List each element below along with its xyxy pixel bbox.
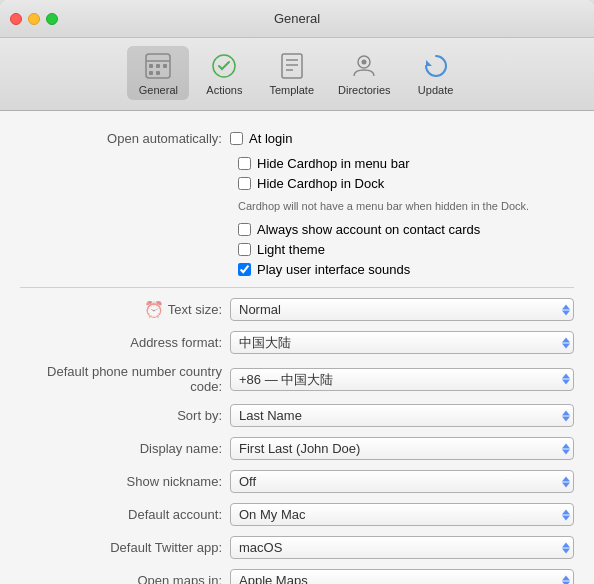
tab-general[interactable]: General (127, 46, 189, 100)
sort-by-select-wrapper: Last Name (230, 404, 574, 427)
hide-menubar-label: Hide Cardhop in menu bar (257, 156, 409, 171)
content-area: Open automatically: At login Hide Cardho… (0, 111, 594, 584)
open-maps-control: Apple Maps (230, 569, 574, 584)
display-name-control: First Last (John Doe) (230, 437, 574, 460)
always-show-account-checkbox[interactable] (238, 223, 251, 236)
tab-template-label: Template (269, 84, 314, 96)
toolbar: General Actions Template (0, 38, 594, 111)
update-icon (420, 50, 452, 82)
display-name-row: Display name: First Last (John Doe) (20, 437, 574, 460)
display-name-select-wrapper: First Last (John Doe) (230, 437, 574, 460)
clock-icon: ⏰ (144, 300, 164, 319)
svg-rect-5 (156, 71, 160, 75)
text-size-row: ⏰ Text size: Normal (20, 298, 574, 321)
traffic-lights (10, 13, 58, 25)
svg-marker-14 (426, 60, 432, 66)
show-nickname-select-wrapper: Off (230, 470, 574, 493)
open-maps-label: Open maps in: (20, 573, 230, 584)
hide-dock-checkbox[interactable] (238, 177, 251, 190)
address-format-control: 中国大陆 (230, 331, 574, 354)
tab-directories-label: Directories (338, 84, 391, 96)
at-login-checkbox[interactable] (230, 132, 243, 145)
general-icon (142, 50, 174, 82)
light-theme-row[interactable]: Light theme (238, 242, 574, 257)
play-sounds-checkbox[interactable] (238, 263, 251, 276)
text-size-label-text: Text size: (168, 302, 222, 317)
phone-country-row: Default phone number country code: +86 —… (20, 364, 574, 394)
default-account-row: Default account: On My Mac (20, 503, 574, 526)
play-sounds-label: Play user interface sounds (257, 262, 410, 277)
svg-rect-8 (282, 54, 302, 78)
hide-options-group: Hide Cardhop in menu bar Hide Cardhop in… (238, 156, 574, 191)
default-account-control: On My Mac (230, 503, 574, 526)
tab-update-label: Update (418, 84, 453, 96)
close-button[interactable] (10, 13, 22, 25)
hide-dock-row[interactable]: Hide Cardhop in Dock (238, 176, 574, 191)
tab-template[interactable]: Template (259, 46, 324, 100)
light-theme-label: Light theme (257, 242, 325, 257)
sort-by-row: Sort by: Last Name (20, 404, 574, 427)
at-login-label: At login (249, 131, 292, 146)
text-size-select[interactable]: Normal (230, 298, 574, 321)
light-theme-checkbox[interactable] (238, 243, 251, 256)
hide-dock-label: Hide Cardhop in Dock (257, 176, 384, 191)
address-format-label: Address format: (20, 335, 230, 350)
phone-country-select[interactable]: +86 — 中国大陆 (230, 368, 574, 391)
always-show-account-label: Always show account on contact cards (257, 222, 480, 237)
default-account-select-wrapper: On My Mac (230, 503, 574, 526)
directories-icon (348, 50, 380, 82)
hide-menubar-row[interactable]: Hide Cardhop in menu bar (238, 156, 574, 171)
address-format-select-wrapper: 中国大陆 (230, 331, 574, 354)
divider-1 (20, 287, 574, 288)
hide-menubar-checkbox[interactable] (238, 157, 251, 170)
actions-icon (208, 50, 240, 82)
always-show-account-row[interactable]: Always show account on contact cards (238, 222, 574, 237)
play-sounds-row[interactable]: Play user interface sounds (238, 262, 574, 277)
open-maps-select[interactable]: Apple Maps (230, 569, 574, 584)
tab-general-label: General (139, 84, 178, 96)
default-twitter-select-wrapper: macOS (230, 536, 574, 559)
text-size-control: Normal (230, 298, 574, 321)
tab-update[interactable]: Update (405, 46, 467, 100)
default-twitter-select[interactable]: macOS (230, 536, 574, 559)
default-account-label: Default account: (20, 507, 230, 522)
at-login-row[interactable]: At login (230, 131, 574, 146)
svg-rect-3 (156, 64, 160, 68)
main-window: General General (0, 0, 594, 584)
minimize-button[interactable] (28, 13, 40, 25)
tab-actions-label: Actions (206, 84, 242, 96)
default-account-select[interactable]: On My Mac (230, 503, 574, 526)
extra-options-group: Always show account on contact cards Lig… (238, 222, 574, 277)
sort-by-label: Sort by: (20, 408, 230, 423)
phone-country-select-wrapper: +86 — 中国大陆 (230, 368, 574, 391)
svg-rect-6 (163, 64, 167, 68)
open-automatically-control: At login (230, 131, 574, 146)
show-nickname-row: Show nickname: Off (20, 470, 574, 493)
text-size-select-wrapper: Normal (230, 298, 574, 321)
show-nickname-select[interactable]: Off (230, 470, 574, 493)
sort-by-control: Last Name (230, 404, 574, 427)
maximize-button[interactable] (46, 13, 58, 25)
show-nickname-label: Show nickname: (20, 474, 230, 489)
dock-description: Cardhop will not have a menu bar when hi… (238, 199, 538, 214)
address-format-row: Address format: 中国大陆 (20, 331, 574, 354)
sort-by-select[interactable]: Last Name (230, 404, 574, 427)
phone-country-control: +86 — 中国大陆 (230, 368, 574, 391)
template-icon (276, 50, 308, 82)
svg-rect-2 (149, 64, 153, 68)
open-automatically-row: Open automatically: At login (20, 131, 574, 146)
svg-rect-4 (149, 71, 153, 75)
default-twitter-label: Default Twitter app: (20, 540, 230, 555)
default-twitter-control: macOS (230, 536, 574, 559)
open-maps-row: Open maps in: Apple Maps (20, 569, 574, 584)
address-format-select[interactable]: 中国大陆 (230, 331, 574, 354)
title-bar: General (0, 0, 594, 38)
text-size-label: ⏰ Text size: (20, 300, 230, 319)
tab-directories[interactable]: Directories (328, 46, 401, 100)
default-twitter-row: Default Twitter app: macOS (20, 536, 574, 559)
display-name-select[interactable]: First Last (John Doe) (230, 437, 574, 460)
open-maps-select-wrapper: Apple Maps (230, 569, 574, 584)
window-title: General (274, 11, 320, 26)
tab-actions[interactable]: Actions (193, 46, 255, 100)
window-inner: Open automatically: At login Hide Cardho… (0, 111, 594, 584)
